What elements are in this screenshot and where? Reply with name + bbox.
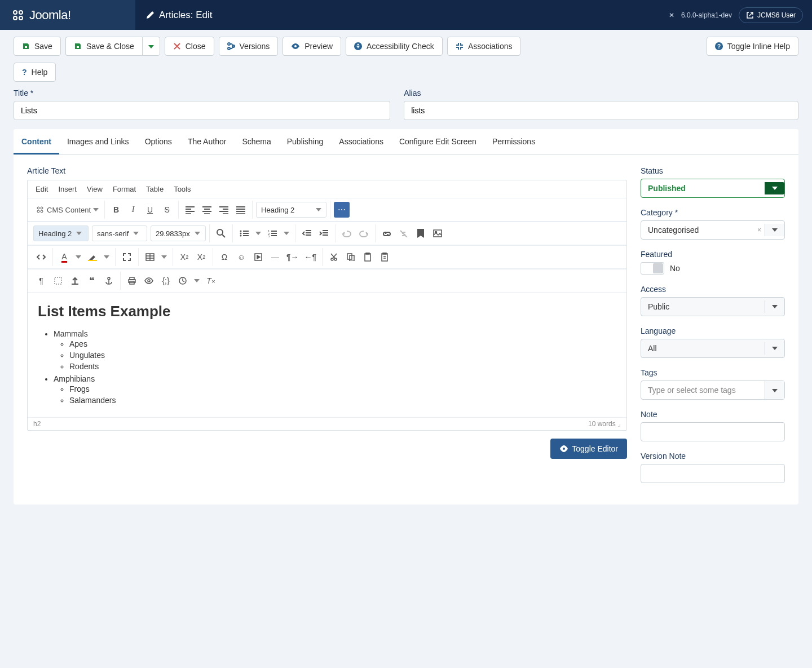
- menu-format[interactable]: Format: [113, 185, 136, 193]
- paste-button[interactable]: [360, 249, 376, 265]
- ordered-list-dropdown[interactable]: [281, 225, 292, 241]
- bold-button[interactable]: B: [108, 202, 124, 218]
- versions-button[interactable]: Versions: [219, 37, 279, 56]
- sourcecode-button[interactable]: [33, 249, 49, 265]
- upload-button[interactable]: [67, 273, 83, 289]
- media-button[interactable]: [250, 249, 266, 265]
- ordered-list-button[interactable]: 123: [264, 225, 280, 241]
- menu-view[interactable]: View: [87, 185, 103, 193]
- tab-associations[interactable]: Associations: [331, 129, 391, 154]
- cms-content-button[interactable]: CMS Content: [33, 202, 101, 218]
- align-center-button[interactable]: [199, 202, 215, 218]
- select-all-button[interactable]: [50, 273, 66, 289]
- print-button[interactable]: [124, 273, 140, 289]
- tab-permissions[interactable]: Permissions: [484, 129, 543, 154]
- close-button[interactable]: Close: [165, 37, 214, 56]
- title-input[interactable]: [14, 101, 390, 120]
- version-note-input[interactable]: [641, 464, 785, 483]
- svg-point-2: [14, 16, 17, 20]
- unlink-button[interactable]: [396, 225, 412, 241]
- redo-button[interactable]: [356, 225, 372, 241]
- search-button[interactable]: [213, 225, 229, 241]
- user-button[interactable]: JCMS6 User: [739, 7, 803, 23]
- underline-button[interactable]: U: [142, 202, 158, 218]
- copy-button[interactable]: [343, 249, 359, 265]
- block-format-select-2[interactable]: Heading 2: [33, 225, 89, 241]
- italic-button[interactable]: I: [125, 202, 141, 218]
- paste-text-button[interactable]: [377, 249, 392, 265]
- hr-button[interactable]: —: [267, 249, 283, 265]
- svg-point-0: [14, 11, 17, 14]
- preview-icon-button[interactable]: [141, 273, 157, 289]
- align-justify-button[interactable]: [233, 202, 249, 218]
- toggle-inline-help-button[interactable]: ? Toggle Inline Help: [707, 37, 798, 56]
- backcolor-dropdown[interactable]: [102, 249, 112, 265]
- superscript-button[interactable]: X2: [193, 249, 209, 265]
- blockquote-button[interactable]: ❝: [84, 273, 100, 289]
- undo-button[interactable]: [339, 225, 355, 241]
- backcolor-button[interactable]: [85, 249, 100, 265]
- status-select[interactable]: Published: [641, 179, 785, 198]
- menu-table[interactable]: Table: [146, 185, 164, 193]
- subscript-button[interactable]: X2: [176, 249, 192, 265]
- font-size-select[interactable]: 29.9833px: [151, 225, 206, 241]
- save-button[interactable]: Save: [14, 37, 61, 56]
- tab-images-links[interactable]: Images and Links: [59, 129, 137, 154]
- category-select[interactable]: Uncategorised ×: [641, 220, 785, 240]
- strikethrough-button[interactable]: S: [159, 202, 175, 218]
- menu-edit[interactable]: Edit: [36, 185, 48, 193]
- code-sample-button[interactable]: {;}: [158, 273, 174, 289]
- outdent-button[interactable]: [299, 225, 315, 241]
- clear-category-button[interactable]: ×: [754, 226, 765, 234]
- fullscreen-button[interactable]: [119, 249, 135, 265]
- block-format-select[interactable]: Heading 2: [256, 202, 326, 218]
- align-left-button[interactable]: [182, 202, 198, 218]
- special-char-button[interactable]: Ω: [217, 249, 232, 265]
- table-dropdown[interactable]: [159, 249, 169, 265]
- cut-button[interactable]: [326, 249, 342, 265]
- bullet-list-dropdown[interactable]: [253, 225, 263, 241]
- font-family-select[interactable]: sans-serif: [92, 225, 147, 241]
- tab-publishing[interactable]: Publishing: [279, 129, 332, 154]
- clear-format-button[interactable]: T×: [203, 273, 219, 289]
- datetime-button[interactable]: [175, 273, 191, 289]
- indent-button[interactable]: [316, 225, 332, 241]
- access-select[interactable]: Public: [641, 297, 785, 316]
- save-close-button[interactable]: Save & Close: [65, 37, 142, 56]
- bookmark-button[interactable]: [413, 225, 429, 241]
- ltr-button[interactable]: ¶→: [284, 249, 301, 265]
- editor-body[interactable]: List Items Example Mammals Apes Ungulate…: [28, 293, 626, 417]
- rtl-button[interactable]: ←¶: [302, 249, 319, 265]
- link-button[interactable]: [379, 225, 395, 241]
- tab-configure-edit[interactable]: Configure Edit Screen: [391, 129, 484, 154]
- alias-input[interactable]: [404, 101, 798, 120]
- tags-select[interactable]: Type or select some tags: [641, 381, 785, 400]
- emoji-button[interactable]: ☺: [233, 249, 249, 265]
- image-button[interactable]: [430, 225, 445, 241]
- more-button[interactable]: ⋯: [334, 202, 350, 218]
- language-select[interactable]: All: [641, 339, 785, 358]
- tab-schema[interactable]: Schema: [234, 129, 279, 154]
- forecolor-dropdown[interactable]: [73, 249, 83, 265]
- align-right-button[interactable]: [216, 202, 232, 218]
- preview-button[interactable]: Preview: [283, 37, 341, 56]
- tab-content[interactable]: Content: [14, 129, 59, 154]
- menu-insert[interactable]: Insert: [58, 185, 77, 193]
- datetime-dropdown[interactable]: [192, 273, 202, 289]
- associations-button[interactable]: Associations: [447, 37, 521, 56]
- note-input[interactable]: [641, 422, 785, 441]
- featured-toggle[interactable]: [641, 262, 664, 275]
- forecolor-button[interactable]: A: [56, 249, 72, 265]
- menu-tools[interactable]: Tools: [174, 185, 191, 193]
- table-button[interactable]: [142, 249, 158, 265]
- save-close-dropdown[interactable]: [142, 37, 160, 56]
- show-invisible-button[interactable]: ¶: [33, 273, 49, 289]
- tab-options[interactable]: Options: [137, 129, 180, 154]
- bullet-list-button[interactable]: [236, 225, 252, 241]
- element-path[interactable]: h2: [33, 420, 41, 428]
- help-button[interactable]: ? Help: [14, 63, 56, 82]
- anchor-button[interactable]: [101, 273, 117, 289]
- toggle-editor-button[interactable]: Toggle Editor: [550, 439, 627, 459]
- accessibility-button[interactable]: Accessibility Check: [346, 37, 443, 56]
- tab-author[interactable]: The Author: [180, 129, 235, 154]
